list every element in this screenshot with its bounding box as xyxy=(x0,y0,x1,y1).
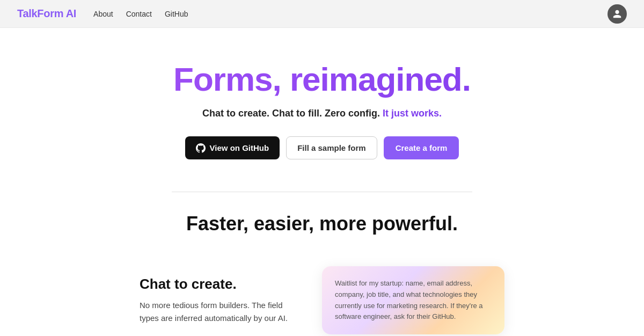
features-section: Faster, easier, more powerful. Chat to c… xyxy=(0,207,644,336)
github-button-label: View on GitHub xyxy=(210,143,269,152)
user-avatar[interactable] xyxy=(608,4,627,24)
hero-section: Forms, reimagined. Chat to create. Chat … xyxy=(0,28,644,181)
chat-to-create-heading: Chat to create. xyxy=(140,276,290,293)
chat-to-create-text: Chat to create. No more tedious form bui… xyxy=(140,276,290,325)
horizontal-rule xyxy=(172,192,472,192)
sample-form-button[interactable]: Fill a sample form xyxy=(286,136,377,159)
nav-about[interactable]: About xyxy=(93,10,113,18)
github-button[interactable]: View on GitHub xyxy=(185,136,280,159)
navbar: TalkForm AI About Contact GitHub xyxy=(0,0,644,28)
section-divider xyxy=(0,181,644,207)
chat-card-text: Waitlist for my startup: name, email add… xyxy=(335,278,492,323)
hero-subtitle-highlight: It just works. xyxy=(383,108,442,119)
features-title: Faster, easier, more powerful. xyxy=(11,213,633,235)
create-form-label: Create a form xyxy=(396,143,448,152)
nav-github[interactable]: GitHub xyxy=(165,10,188,18)
chat-to-create-description: No more tedious form builders. The field… xyxy=(140,299,290,325)
hero-subtitle: Chat to create. Chat to fill. Zero confi… xyxy=(11,108,633,119)
nav-links: About Contact GitHub xyxy=(93,10,608,18)
sample-form-label: Fill a sample form xyxy=(297,143,366,152)
create-form-button[interactable]: Create a form xyxy=(384,136,459,159)
site-logo[interactable]: TalkForm AI xyxy=(17,8,76,20)
github-icon xyxy=(196,143,206,153)
nav-contact[interactable]: Contact xyxy=(126,10,152,18)
chat-to-create-card: Waitlist for my startup: name, email add… xyxy=(322,266,504,334)
hero-title: Forms, reimagined. xyxy=(11,60,633,98)
hero-buttons: View on GitHub Fill a sample form Create… xyxy=(11,136,633,159)
hero-subtitle-static: Chat to create. Chat to fill. Zero confi… xyxy=(202,108,380,119)
person-icon xyxy=(612,9,622,19)
chat-to-create-row: Chat to create. No more tedious form bui… xyxy=(11,261,633,336)
